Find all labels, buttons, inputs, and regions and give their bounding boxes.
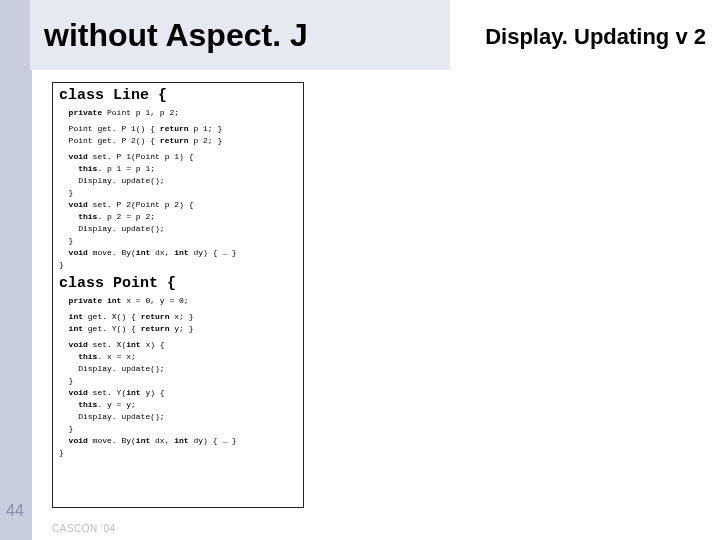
line-body: void set. P 1(Point p 1) { this. p 1 = p… bbox=[59, 151, 297, 271]
slide-subtitle: Display. Updating v 2 bbox=[485, 24, 706, 50]
footer-text: CASCON '04 bbox=[52, 523, 116, 534]
title-bar: without Aspect. J bbox=[30, 0, 450, 70]
line-private: private Point p 1, p 2; bbox=[59, 107, 297, 119]
line-getters: Point get. P 1() { return p 1; } Point g… bbox=[59, 123, 297, 147]
point-private: private int x = 0, y = 0; bbox=[59, 295, 297, 307]
slide-title: without Aspect. J bbox=[30, 17, 308, 54]
point-getters: int get. X() { return x; } int get. Y() … bbox=[59, 311, 297, 335]
point-body: void set. X(int x) { this. x = x; Displa… bbox=[59, 339, 297, 459]
code-box: class Line { private Point p 1, p 2; Poi… bbox=[52, 82, 304, 508]
page-number: 44 bbox=[6, 502, 24, 520]
left-accent-bar bbox=[0, 0, 32, 540]
class-point-header: class Point { bbox=[59, 275, 297, 293]
class-line-header: class Line { bbox=[59, 87, 297, 105]
slide: without Aspect. J Display. Updating v 2 … bbox=[0, 0, 720, 540]
